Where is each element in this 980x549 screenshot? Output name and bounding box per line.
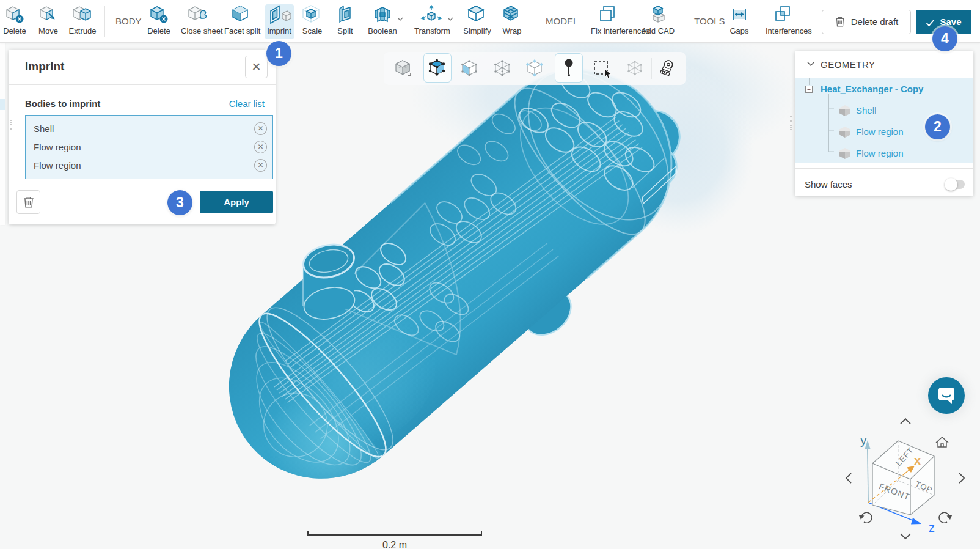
- svg-text:x: x: [914, 454, 921, 467]
- svg-text:z: z: [929, 521, 935, 534]
- svg-text:y: y: [860, 433, 867, 447]
- svg-text:0.2 m: 0.2 m: [382, 540, 407, 549]
